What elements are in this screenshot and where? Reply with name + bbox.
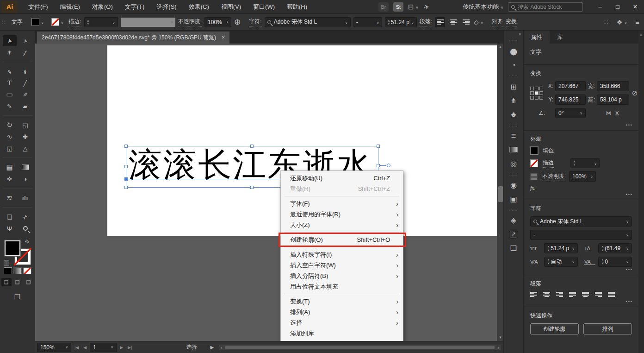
previous-artboard-icon[interactable] xyxy=(82,345,88,350)
ref-dot[interactable] xyxy=(530,87,534,90)
scroll-right-icon[interactable] xyxy=(495,345,501,350)
menu-size[interactable]: 大小(Z) xyxy=(281,220,403,230)
gradient-button[interactable] xyxy=(13,267,22,274)
workspace-board-icon[interactable] xyxy=(617,19,627,26)
hand-tool-icon[interactable] xyxy=(3,223,17,234)
share-icon[interactable] xyxy=(424,3,429,11)
vertical-scroll-thumb[interactable] xyxy=(498,186,503,202)
scroll-up-icon[interactable] xyxy=(499,44,502,50)
menu-help[interactable]: 帮助(H) xyxy=(281,0,313,14)
menu-collect-for-export[interactable]: 收集以导出 xyxy=(281,339,403,341)
font-family-dropdown[interactable]: Adobe 宋体 Std L xyxy=(530,216,632,227)
none-button[interactable] xyxy=(23,267,31,274)
flip-horizontal-icon[interactable] xyxy=(597,110,629,116)
y-field[interactable]: 746.825 xyxy=(555,95,586,105)
selection-handle[interactable] xyxy=(124,186,128,189)
constrain-proportions-icon[interactable] xyxy=(630,89,638,97)
lasso-tool-icon[interactable] xyxy=(19,47,32,58)
menu-undo-move[interactable]: 还原移动(U)Ctrl+Z xyxy=(281,173,403,183)
menu-insert-special-character[interactable]: 插入特殊字符(I) xyxy=(281,249,403,260)
fill-swatch-icon[interactable] xyxy=(530,147,538,155)
reference-point-locator[interactable] xyxy=(530,87,546,100)
zoom-level-dropdown[interactable]: 150% xyxy=(37,343,71,352)
workspace-switcher[interactable]: 传统基本功能 xyxy=(463,3,503,11)
curvature-tool-icon[interactable] xyxy=(19,66,32,77)
menu-transform[interactable]: 变换(T) xyxy=(281,296,403,307)
menu-effect[interactable]: 效果(C) xyxy=(183,0,215,14)
paragraph-link[interactable]: 段落: xyxy=(420,18,432,26)
color-guide-panel-icon[interactable] xyxy=(504,58,523,72)
stroke-weight-dropdown[interactable] xyxy=(84,17,118,27)
opacity-link[interactable]: 不透明度: xyxy=(178,18,202,26)
first-artboard-icon[interactable] xyxy=(73,345,80,350)
ref-dot[interactable] xyxy=(530,96,534,100)
text-outport[interactable] xyxy=(387,164,390,167)
symbol-sprayer-tool-icon[interactable] xyxy=(3,192,17,203)
minimize-button[interactable] xyxy=(591,0,609,14)
opacity-label[interactable]: 不透明度 xyxy=(542,172,564,181)
menu-create-outlines[interactable]: 创建轮廓(O) Shift+Ctrl+O xyxy=(281,234,403,245)
font-size-dropdown[interactable]: 51.24 p xyxy=(544,243,578,253)
vertical-scrollbar[interactable] xyxy=(497,44,503,341)
selection-handle[interactable] xyxy=(377,164,380,167)
menu-select[interactable]: 选择(S) xyxy=(150,0,182,14)
height-field[interactable]: 58.104 p xyxy=(597,95,629,105)
scroll-left-icon[interactable] xyxy=(219,345,224,350)
ref-dot-center[interactable] xyxy=(535,91,539,95)
artboards-panel-icon[interactable] xyxy=(504,241,523,255)
paintbrush-tool-icon[interactable] xyxy=(19,89,32,100)
slice-tool-icon[interactable] xyxy=(19,211,32,222)
menu-type[interactable]: 文字(T) xyxy=(119,0,151,14)
ref-dot[interactable] xyxy=(535,87,539,90)
font-size-dropdown[interactable]: 51.24 p xyxy=(385,17,417,27)
maximize-button[interactable] xyxy=(609,0,626,14)
symbols-panel-icon[interactable] xyxy=(504,107,523,121)
rotation-dropdown[interactable]: 0° xyxy=(555,108,586,118)
width-field[interactable]: 358.666 xyxy=(597,81,629,91)
ref-dot[interactable] xyxy=(530,91,534,95)
stroke-panel-icon[interactable] xyxy=(504,129,523,143)
leading-dropdown[interactable]: (61.49 xyxy=(598,243,632,253)
tab-properties[interactable]: 属性 xyxy=(524,31,550,44)
menu-lines-icon[interactable] xyxy=(635,18,639,26)
selection-handle[interactable] xyxy=(250,186,254,189)
default-fill-stroke-icon[interactable] xyxy=(4,260,9,265)
selection-handle[interactable] xyxy=(124,165,128,168)
menu-recent-fonts[interactable]: 最近使用的字体(R) xyxy=(281,209,403,220)
align-panel-link[interactable]: 对齐 xyxy=(492,18,503,26)
canvas[interactable]: 滚滚长江东逝水 还原移动(U)Ctrl+Z xyxy=(35,44,503,341)
justify-last-right-button[interactable] xyxy=(595,291,602,297)
recolor-artwork-icon[interactable] xyxy=(234,17,241,27)
horizontal-scroll-thumb[interactable] xyxy=(225,346,495,349)
menu-select[interactable]: 选择 xyxy=(281,317,403,328)
pen-tool-icon[interactable] xyxy=(3,66,17,77)
stock-icon[interactable]: St xyxy=(393,2,403,12)
fill-color-swatch[interactable] xyxy=(29,17,46,27)
magic-wand-tool-icon[interactable] xyxy=(3,47,17,58)
color-panel-icon[interactable] xyxy=(504,44,523,58)
ref-dot[interactable] xyxy=(535,96,539,100)
appearance-panel-icon[interactable] xyxy=(504,178,523,192)
selection-handle[interactable] xyxy=(250,145,254,148)
scale-tool-icon[interactable] xyxy=(19,120,32,131)
align-center-button[interactable] xyxy=(543,291,550,297)
column-graph-tool-icon[interactable] xyxy=(19,192,32,203)
align-left-button[interactable] xyxy=(530,291,537,297)
character-link[interactable]: 字符: xyxy=(249,18,261,26)
horizontal-scrollbar[interactable] xyxy=(218,344,502,351)
draw-behind-button[interactable] xyxy=(12,278,23,286)
eraser-tool-icon[interactable] xyxy=(19,101,32,112)
fill-indicator[interactable] xyxy=(5,240,20,256)
menu-view[interactable]: 视图(V) xyxy=(215,0,247,14)
menu-edit[interactable]: 编辑(E) xyxy=(54,0,86,14)
rectangle-tool-icon[interactable] xyxy=(3,89,17,100)
menu-fill-placeholder-text[interactable]: 用占位符文本填充 xyxy=(281,281,403,292)
blend-tool-icon[interactable] xyxy=(19,173,32,184)
baseline-handle[interactable] xyxy=(124,177,128,181)
last-artboard-icon[interactable] xyxy=(126,345,133,350)
justify-all-button[interactable] xyxy=(608,291,615,297)
collapse-dock-icon[interactable] xyxy=(504,31,523,37)
artboard-number-dropdown[interactable]: 1 xyxy=(90,343,117,352)
direct-selection-tool-icon[interactable] xyxy=(19,35,32,46)
transparency-panel-icon[interactable] xyxy=(504,157,523,170)
